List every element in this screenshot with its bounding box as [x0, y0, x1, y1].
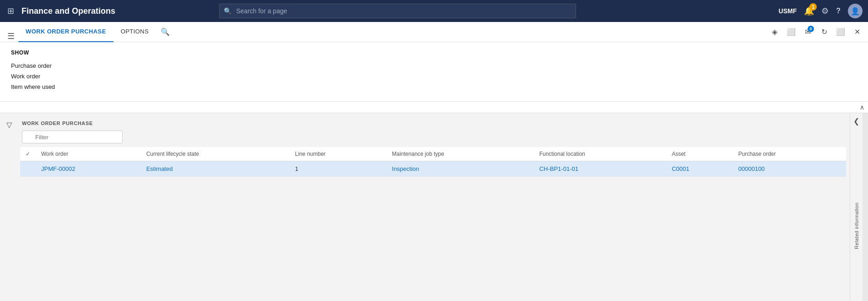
show-item-where-used[interactable]: Item where used [11, 82, 857, 92]
ribbon-right-buttons: ◈ ⬜ ✉ 0 ↻ ⬜ ✕ [767, 25, 864, 39]
filter-input-wrapper: 🔍 [22, 131, 123, 143]
col-check: ✓ [20, 147, 36, 161]
search-box-container: 🔍 [219, 4, 576, 18]
row-check [20, 161, 36, 177]
show-item-purchase-order[interactable]: Purchase order [11, 60, 857, 71]
main-content: ▽ WORK ORDER PURCHASE 🔍 ✓ Work order Cur… [0, 113, 868, 301]
expand-icon[interactable]: ⬜ [833, 25, 848, 39]
settings-icon[interactable]: ⚙ [821, 6, 829, 16]
tab-work-order-purchase[interactable]: WORK ORDER PURCHASE [18, 22, 113, 42]
user-avatar[interactable]: 👤 [848, 4, 863, 18]
panel-collapse-bar: ∧ [0, 102, 868, 113]
cell-work-order[interactable]: JPMF-00002 [36, 161, 141, 177]
cell-functional-location[interactable]: CH-BP1-01-01 [534, 161, 666, 177]
close-icon[interactable]: ✕ [850, 25, 864, 39]
search-input[interactable] [219, 4, 576, 18]
grid-area: WORK ORDER PURCHASE 🔍 ✓ Work order Curre… [18, 113, 850, 301]
filter-row: 🔍 [20, 129, 846, 147]
show-item-work-order[interactable]: Work order [11, 71, 857, 82]
grid-section-title: WORK ORDER PURCHASE [20, 117, 846, 129]
grid-filter-input[interactable] [22, 131, 123, 143]
related-info-container: Related information [854, 129, 859, 301]
nav-right-area: USMF 🔔 1 ⚙ ? 👤 [779, 4, 863, 18]
right-panel: ❮ Related information [850, 113, 863, 301]
col-purchase-order: Purchase order [733, 147, 846, 161]
col-lifecycle: Current lifecycle state [141, 147, 290, 161]
cell-purchase-order[interactable]: 00000100 [733, 161, 846, 177]
table-header-row: ✓ Work order Current lifecycle state Lin… [20, 147, 846, 161]
notification-badge: 1 [809, 3, 817, 11]
show-panel: SHOW Purchase order Work order Item wher… [0, 42, 868, 102]
search-icon: 🔍 [224, 7, 232, 15]
hamburger-menu-icon[interactable]: ☰ [4, 26, 18, 47]
col-work-order: Work order [36, 147, 141, 161]
notification-bell[interactable]: 🔔 1 [804, 6, 814, 16]
app-title: Finance and Operations [22, 6, 115, 16]
col-line-number: Line number [290, 147, 387, 161]
scrollbar[interactable] [863, 113, 868, 301]
company-selector[interactable]: USMF [779, 7, 797, 15]
work-order-table: ✓ Work order Current lifecycle state Lin… [20, 147, 846, 177]
help-icon[interactable]: ? [836, 7, 841, 15]
tab-options[interactable]: OPTIONS [113, 22, 156, 42]
app-grid-icon[interactable]: ⊞ [5, 4, 16, 18]
related-information-tab[interactable]: Related information [854, 202, 859, 249]
cell-job-type[interactable]: Inspection [387, 161, 534, 177]
show-section-label: SHOW [11, 49, 857, 56]
messages-badge: 0 [808, 26, 814, 32]
messages-icon[interactable]: ✉ 0 [800, 25, 815, 39]
col-job-type: Maintenance job type [387, 147, 534, 161]
cell-asset[interactable]: C0001 [666, 161, 733, 177]
diamond-icon[interactable]: ◈ [767, 25, 782, 39]
office-icon[interactable]: ⬜ [784, 25, 798, 39]
cell-lifecycle[interactable]: Estimated [141, 161, 290, 177]
table-row[interactable]: JPMF-00002 Estimated 1 Inspection CH-BP1… [20, 161, 846, 177]
check-icon: ✓ [26, 151, 30, 157]
refresh-icon[interactable]: ↻ [817, 25, 831, 39]
top-navigation: ⊞ Finance and Operations 🔍 USMF 🔔 1 ⚙ ? … [0, 0, 868, 22]
col-functional-location: Functional location [534, 147, 666, 161]
cell-line-number: 1 [290, 161, 387, 177]
filter-icon[interactable]: ▽ [6, 120, 12, 129]
col-asset: Asset [666, 147, 733, 161]
left-panel: ▽ [0, 113, 18, 301]
collapse-up-arrow[interactable]: ∧ [860, 104, 864, 111]
right-collapse-icon[interactable]: ❮ [853, 113, 859, 129]
ribbon-search-button[interactable]: 🔍 [156, 22, 174, 42]
ribbon-bar: WORK ORDER PURCHASE OPTIONS 🔍 ◈ ⬜ ✉ 0 ↻ … [0, 22, 868, 42]
